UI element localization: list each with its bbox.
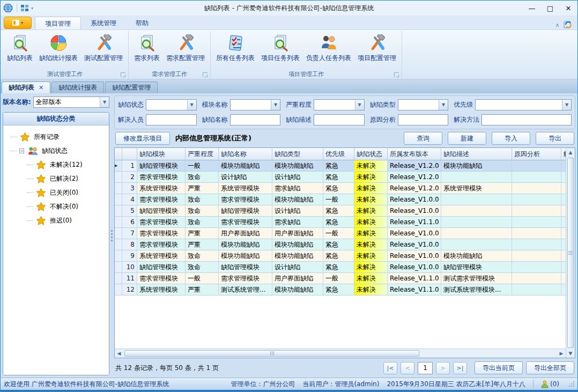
table-cell[interactable] bbox=[441, 228, 512, 239]
table-cell[interactable]: Release_V1.1.0 bbox=[388, 217, 441, 228]
dialog-launcher-icon[interactable] bbox=[203, 72, 208, 77]
table-cell[interactable]: 未解决 bbox=[354, 194, 388, 205]
app-logo-globe-icon[interactable] bbox=[3, 3, 13, 13]
table-cell[interactable] bbox=[441, 172, 512, 183]
table-cell[interactable]: 紧急 bbox=[323, 172, 354, 183]
tree-item[interactable]: 已解决(2) bbox=[27, 172, 108, 186]
horizontal-scrollbar[interactable]: ◀ ▶ bbox=[115, 349, 566, 358]
table-cell[interactable]: 系统管理模块 bbox=[137, 250, 186, 262]
table-cell[interactable]: 未解决 bbox=[354, 172, 388, 183]
sidebar-splitter[interactable] bbox=[109, 93, 114, 378]
help-icon[interactable] bbox=[564, 20, 573, 29]
column-header[interactable]: 所属发布版本 bbox=[388, 148, 441, 160]
table-cell[interactable] bbox=[441, 217, 512, 228]
table-cell[interactable]: 致命 bbox=[186, 205, 219, 217]
table-cell[interactable] bbox=[512, 273, 561, 284]
table-cell[interactable]: 模块功能缺陷 bbox=[272, 160, 323, 172]
close-button[interactable]: ✕ bbox=[559, 1, 577, 15]
table-cell[interactable]: Release_V1.0.0 bbox=[388, 239, 441, 250]
table-cell[interactable]: 紧急 bbox=[323, 205, 354, 217]
window-switch-icon[interactable] bbox=[21, 5, 29, 12]
version-select[interactable]: 全部版本 ▼ bbox=[33, 97, 109, 108]
table-cell[interactable] bbox=[561, 262, 566, 273]
table-cell[interactable] bbox=[561, 172, 566, 183]
table-cell[interactable]: 严重 bbox=[186, 239, 219, 250]
ribbon-button[interactable]: 负责人任务列表 bbox=[303, 32, 354, 69]
table-cell[interactable]: 系统管理模块 bbox=[219, 183, 272, 194]
chevron-down-icon[interactable]: ▼ bbox=[187, 100, 196, 110]
chevron-down-icon[interactable]: ▼ bbox=[271, 100, 280, 110]
filter-input[interactable]: ▼ bbox=[314, 114, 365, 125]
table-cell[interactable]: Release_V1.0.0 bbox=[388, 228, 441, 239]
table-cell[interactable]: 需求缺陷 bbox=[272, 183, 323, 194]
table-cell[interactable]: 需求管理模块 bbox=[137, 172, 186, 183]
table-cell[interactable]: 紧急 bbox=[323, 250, 354, 262]
column-header[interactable]: 原因分析 bbox=[512, 148, 561, 160]
ribbon-button[interactable]: 需求列表 bbox=[131, 32, 163, 69]
table-cell[interactable]: 一般 bbox=[323, 228, 354, 239]
table-cell[interactable] bbox=[512, 217, 561, 228]
table-cell[interactable]: 紧急 bbox=[323, 160, 354, 172]
table-cell[interactable] bbox=[561, 228, 566, 239]
next-page-button[interactable]: > bbox=[436, 362, 450, 374]
ribbon-button[interactable]: 缺陷统计报表 bbox=[36, 32, 81, 69]
ribbon-tab[interactable]: 帮助 bbox=[126, 17, 158, 29]
tree-item[interactable]: − 缺陷状态 bbox=[11, 144, 108, 158]
filter-input[interactable]: ▼ bbox=[314, 99, 365, 110]
table-cell[interactable] bbox=[512, 239, 561, 250]
table-cell[interactable]: 用户界面缺陷 bbox=[219, 228, 272, 239]
table-cell[interactable]: 需求管理模块 bbox=[137, 239, 186, 250]
table-cell[interactable]: 设计缺陷 bbox=[272, 262, 323, 273]
table-row[interactable]: 1 缺陷管理模块一般模块功能缺陷模块功能缺陷紧急未解决Release_V1.2.… bbox=[115, 160, 566, 172]
page-number-input[interactable] bbox=[418, 362, 433, 374]
filter-input[interactable]: ▼ bbox=[475, 99, 572, 110]
table-cell[interactable]: 致命 bbox=[186, 217, 219, 228]
table-row[interactable]: 11 需求管理模块一般需求管理模块用户界面缺陷一般未解决Release_V1.1… bbox=[115, 273, 566, 284]
dialog-launcher-icon[interactable] bbox=[121, 72, 125, 77]
table-cell[interactable]: Release_V1.2.0 bbox=[388, 183, 441, 194]
document-tab[interactable]: 缺陷统计报表 ✕ bbox=[51, 82, 104, 93]
table-cell[interactable]: 测试系统管理... bbox=[219, 284, 272, 295]
application-menu-button[interactable]: ▾ bbox=[4, 17, 32, 29]
table-cell[interactable] bbox=[512, 160, 561, 172]
table-cell[interactable]: 用户界面缺陷 bbox=[272, 228, 323, 239]
table-cell[interactable]: 未解决 bbox=[354, 183, 388, 194]
table-cell[interactable] bbox=[441, 205, 512, 217]
scroll-left-icon[interactable]: ◀ bbox=[115, 351, 123, 356]
minimize-button[interactable]: — bbox=[523, 1, 541, 15]
ribbon-button[interactable]: 项目任务列表 bbox=[258, 32, 303, 69]
table-cell[interactable]: 模块功能缺陷 bbox=[272, 250, 323, 262]
table-cell[interactable]: 严重 bbox=[186, 183, 219, 194]
table-cell[interactable]: 一般 bbox=[323, 194, 354, 205]
column-header[interactable]: 缺陷模块 bbox=[137, 148, 186, 160]
scroll-up-icon[interactable]: ▲ bbox=[566, 148, 575, 157]
table-cell[interactable] bbox=[561, 217, 566, 228]
tree-item[interactable]: 不解决(0) bbox=[27, 199, 108, 213]
table-cell[interactable]: 系统管理模块 bbox=[137, 183, 186, 194]
column-header[interactable]: 缺陷状态 bbox=[354, 148, 388, 160]
table-cell[interactable] bbox=[512, 172, 561, 183]
tree-item[interactable]: 所有记录 bbox=[11, 130, 108, 144]
filter-input[interactable]: ▼ bbox=[146, 114, 197, 125]
column-header[interactable]: 缺陷描述 bbox=[441, 148, 512, 160]
table-cell[interactable]: 严重 bbox=[186, 228, 219, 239]
table-row[interactable]: 5 缺陷管理模块致命缺陷管理模块设计缺陷紧急未解决Release_V1.0.0 bbox=[115, 205, 566, 217]
table-cell[interactable] bbox=[561, 183, 566, 194]
filter-input[interactable]: ▼ bbox=[230, 114, 281, 125]
export-all-pages-button[interactable]: 导出全部页 bbox=[526, 361, 574, 374]
table-cell[interactable]: 致命 bbox=[186, 250, 219, 262]
table-cell[interactable]: 缺陷管理模块 bbox=[219, 262, 272, 273]
table-cell[interactable]: Release_V1.1.0 bbox=[388, 284, 441, 295]
column-header[interactable]: 缺陷名称 bbox=[219, 148, 272, 160]
maximize-button[interactable]: □ bbox=[541, 1, 559, 15]
resize-grip[interactable] bbox=[569, 381, 574, 387]
table-cell[interactable] bbox=[512, 284, 561, 295]
table-cell[interactable]: 缺陷管理模块 bbox=[137, 205, 186, 217]
table-cell[interactable] bbox=[561, 273, 566, 284]
ribbon-tab[interactable]: 系统管理 bbox=[81, 17, 126, 29]
table-cell[interactable]: 紧急 bbox=[323, 262, 354, 273]
tree-item[interactable]: 已关闭(0) bbox=[27, 186, 108, 199]
table-cell[interactable] bbox=[561, 239, 566, 250]
filter-input[interactable]: ▼ bbox=[398, 114, 449, 125]
table-cell[interactable]: Release_V1.0.0 bbox=[388, 250, 441, 262]
